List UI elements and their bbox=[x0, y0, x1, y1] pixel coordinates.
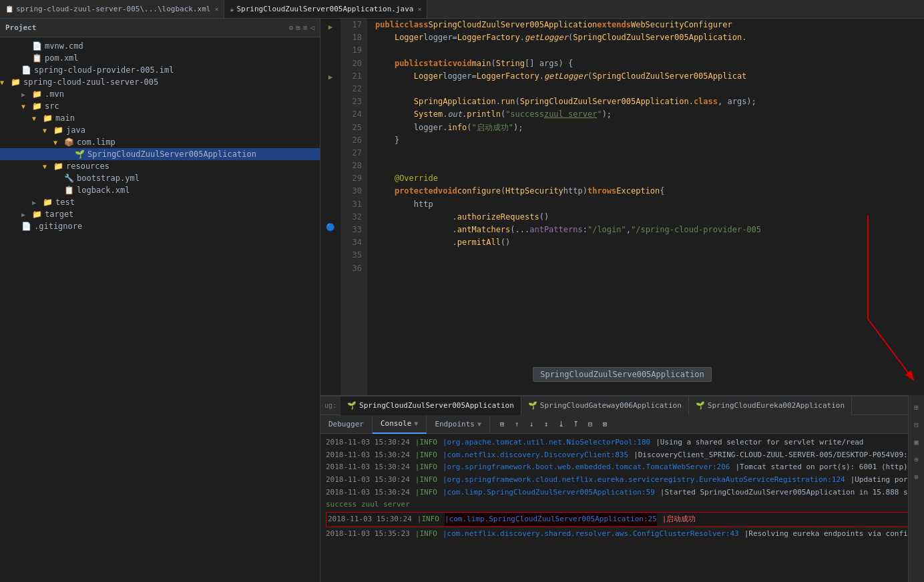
side-icon-3[interactable]: ▣ bbox=[910, 435, 923, 449]
toolbar-btn-7[interactable]: ⊟ bbox=[584, 418, 597, 431]
gutter-27 bbox=[320, 186, 340, 202]
close-tab-logback[interactable]: ✕ bbox=[214, 5, 218, 13]
toolbar-btn-6[interactable]: ⤒ bbox=[569, 418, 582, 431]
spring-icon-app: 🌱 bbox=[75, 150, 85, 159]
gutter-28 bbox=[320, 202, 340, 219]
folder-icon-java: 📁 bbox=[53, 125, 63, 135]
run-icon-29: 🔵 bbox=[320, 219, 340, 236]
code-line-20: public static void main(String[] args) { bbox=[375, 57, 916, 70]
close-tab-app[interactable]: ✕ bbox=[417, 5, 421, 13]
endpoints-dropdown-arrow[interactable]: ▼ bbox=[477, 420, 481, 428]
tree-item-bootstrap[interactable]: 🔧 bootstrap.yml bbox=[0, 172, 320, 184]
side-icon-5[interactable]: ⊗ bbox=[910, 470, 923, 483]
toolbar-btn-5[interactable]: ⤓ bbox=[554, 418, 567, 431]
pin-icon[interactable]: ◁ bbox=[310, 23, 314, 32]
spring-icon-zuul: 🌱 bbox=[347, 401, 357, 410]
class-popup-label: SpringCloudZuulServe005Application bbox=[533, 367, 712, 382]
toolbar-btn-2[interactable]: ↑ bbox=[510, 418, 523, 431]
package-icon: 📦 bbox=[64, 137, 74, 147]
toolbar-btn-4[interactable]: ↕ bbox=[539, 418, 553, 431]
tree-item-target[interactable]: ▶ 📁 target bbox=[0, 208, 320, 220]
log-line-1: 2018-11-03 15:30:24 |INFO |org.apache.to… bbox=[326, 437, 919, 449]
toolbar-btn-1[interactable]: ⊞ bbox=[495, 418, 509, 431]
file-icon-gitignore: 📄 bbox=[21, 222, 31, 231]
code-editor[interactable]: ▶ ▶ 🔵 bbox=[320, 19, 924, 395]
tree-item-iml[interactable]: 📄 spring-cloud-provider-005.iml bbox=[0, 64, 320, 76]
debug-toolbar-bar: Debugger Console ▼ Endpoints ▼ ⊞ ↑ ↓ ↕ ⤓ bbox=[320, 415, 924, 434]
folder-icon-resources: 📁 bbox=[53, 162, 63, 171]
tree-item-mvn[interactable]: ▶ 📁 .mvn bbox=[0, 88, 320, 100]
tab-logback[interactable]: 📋 spring-cloud-zuul-server-005\...\logba… bbox=[0, 0, 224, 19]
run-tab-gateway[interactable]: 🌱 SpringCloudGateway006Application bbox=[521, 396, 689, 415]
folder-icon-src: 📁 bbox=[32, 101, 42, 111]
tree-item-app-class[interactable]: 🌱 SpringCloudZuulServer005Application bbox=[0, 148, 320, 160]
settings-icon[interactable]: ⚙ bbox=[289, 23, 294, 32]
expanded-arrow-zuul: ▼ bbox=[0, 79, 11, 86]
tree-item-com-limp[interactable]: ▼ 📦 com.limp bbox=[0, 136, 320, 148]
code-line-18: Logger logger= LoggerFactory.getLogger(S… bbox=[375, 31, 916, 44]
panel-toolbar: ⚙ ⊞ ≡ ◁ bbox=[289, 23, 315, 32]
project-title: Project bbox=[5, 23, 36, 32]
log-line-last: 2018-11-03 15:35:23 |INFO |com.netflix.d… bbox=[326, 528, 919, 541]
gutter: ▶ ▶ 🔵 bbox=[320, 19, 340, 395]
gutter-30 bbox=[320, 236, 340, 252]
folder-icon-zuul: 📁 bbox=[11, 77, 21, 87]
tree-item-main[interactable]: ▼ 📁 main bbox=[0, 112, 320, 124]
tree-item-src[interactable]: ▼ 📁 src bbox=[0, 100, 320, 112]
toolbar-btn-3[interactable]: ↓ bbox=[525, 418, 538, 431]
tree-item-resources[interactable]: ▼ 📁 resources bbox=[0, 160, 320, 172]
tree-item-java[interactable]: ▼ 📁 java bbox=[0, 124, 320, 136]
log-line-success: success zuul server bbox=[326, 499, 919, 511]
tab-app-java[interactable]: ☕ SpringCloudZuulServer005Application.ja… bbox=[224, 0, 427, 19]
gutter-26 bbox=[320, 169, 340, 186]
side-icon-4[interactable]: ⊕ bbox=[910, 453, 923, 466]
xml-icon-logback: 📋 bbox=[64, 186, 74, 195]
tree-item-logback[interactable]: 📋 logback.xml bbox=[0, 184, 320, 196]
tree-item-pom[interactable]: 📋 pom.xml bbox=[0, 52, 320, 64]
code-line-31: http bbox=[375, 198, 916, 211]
debug-tab-console[interactable]: Console ▼ bbox=[373, 415, 427, 434]
code-line-17: public class SpringCloudZuulServer005App… bbox=[375, 19, 916, 31]
tree-item-mvnw[interactable]: 📄 mvnw.cmd bbox=[0, 40, 320, 52]
code-line-32: .authorizeRequests() bbox=[375, 211, 916, 224]
tree-item-zuul-server[interactable]: ▼ 📁 spring-cloud-zuul-server-005 bbox=[0, 76, 320, 88]
side-icon-1[interactable]: ⊞ bbox=[910, 400, 923, 414]
code-line-35 bbox=[375, 249, 916, 262]
line-numbers: 17 18 19 20 21 22 23 24 25 26 27 28 29 3… bbox=[340, 19, 367, 395]
gutter-25 bbox=[320, 152, 340, 169]
code-line-19 bbox=[375, 44, 916, 57]
gutter-24 bbox=[320, 135, 340, 152]
run-label: ug: bbox=[320, 402, 340, 409]
side-icon-2[interactable]: ⊟ bbox=[910, 418, 923, 431]
gutter-21 bbox=[320, 85, 340, 102]
folder-icon-mvn: 📁 bbox=[32, 89, 42, 99]
debug-tab-endpoints[interactable]: Endpoints ▼ bbox=[427, 415, 490, 434]
right-panel: ▶ ▶ 🔵 bbox=[320, 19, 924, 582]
run-tab-eureka[interactable]: 🌱 SpringCloudEureka002Application bbox=[689, 396, 852, 415]
expanded-arrow-java: ▼ bbox=[43, 127, 53, 134]
gutter-19 bbox=[320, 52, 340, 69]
code-line-27 bbox=[375, 147, 916, 160]
project-panel-header: Project ⚙ ⊞ ≡ ◁ bbox=[0, 19, 320, 37]
console-dropdown-arrow[interactable]: ▼ bbox=[414, 420, 418, 427]
log-line-2: 2018-11-03 15:30:24 |INFO |com.netflix.d… bbox=[326, 449, 919, 462]
expand-icon[interactable]: ≡ bbox=[303, 23, 308, 32]
tree-item-test[interactable]: ▶ 📁 test bbox=[0, 196, 320, 208]
file-icon-iml: 📄 bbox=[21, 65, 31, 75]
code-line-36 bbox=[375, 262, 916, 275]
bottom-side-icons: ⊞ ⊟ ▣ ⊕ ⊗ bbox=[908, 395, 924, 582]
run-icon-17: ▶ bbox=[320, 19, 340, 35]
editor-tab-bar: 📋 spring-cloud-zuul-server-005\...\logba… bbox=[0, 0, 924, 19]
collapse-icon[interactable]: ⊞ bbox=[296, 23, 300, 32]
toolbar-btn-8[interactable]: ⊠ bbox=[598, 418, 612, 431]
run-icon-20: ▶ bbox=[320, 69, 340, 85]
collapsed-arrow-mvn: ▶ bbox=[21, 91, 32, 98]
code-line-26: } bbox=[375, 134, 916, 147]
tree-item-gitignore[interactable]: 📄 .gitignore bbox=[0, 220, 320, 232]
project-tree: 📄 mvnw.cmd 📋 pom.xml 📄 spring-cloud-prov… bbox=[0, 37, 320, 582]
run-tabs-bar: ug: 🌱 SpringCloudZuulServer005Applicatio… bbox=[320, 396, 924, 415]
run-tab-zuul[interactable]: 🌱 SpringCloudZuulServer005Application bbox=[340, 396, 521, 415]
debug-tab-debugger[interactable]: Debugger bbox=[320, 415, 373, 434]
console-output: 2018-11-03 15:30:24 |INFO |org.apache.to… bbox=[320, 434, 924, 582]
code-line-22 bbox=[375, 83, 916, 95]
